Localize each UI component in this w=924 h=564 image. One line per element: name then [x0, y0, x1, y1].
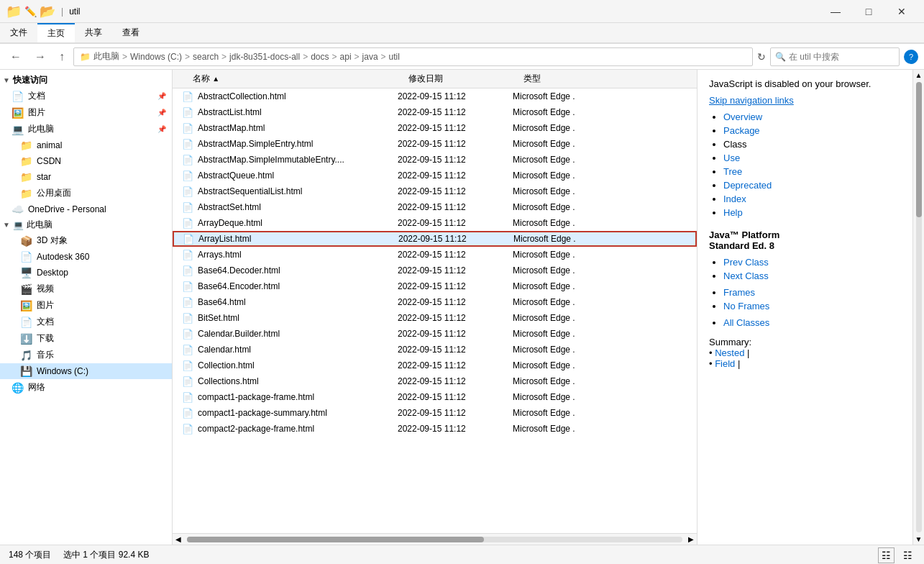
- file-icon: 📄: [182, 297, 193, 308]
- use-link[interactable]: Use: [723, 153, 740, 163]
- animal-icon: 📁: [20, 140, 32, 151]
- file-row[interactable]: 📄AbstractCollection.html 2022-09-15 11:1…: [173, 88, 697, 104]
- search-box[interactable]: 🔍: [770, 47, 900, 66]
- tab-view[interactable]: 查看: [112, 23, 150, 42]
- right-scroll-up[interactable]: ▲: [914, 70, 924, 81]
- search-input[interactable]: [789, 52, 889, 62]
- col-header-date[interactable]: 修改日期: [403, 73, 518, 85]
- index-link[interactable]: Index: [723, 194, 746, 204]
- sidebar-item-videos[interactable]: 🎬 视频: [0, 281, 172, 297]
- file-row[interactable]: 📄AbstractQueue.html 2022-09-15 11:12 Mic…: [173, 168, 697, 183]
- sidebar-item-thispc-quick[interactable]: 💻 此电脑 📌: [0, 121, 172, 137]
- field-link: • Field |: [709, 358, 740, 369]
- file-row[interactable]: 📄Base64.Encoder.html 2022-09-15 11:12 Mi…: [173, 278, 697, 294]
- overview-link[interactable]: Overview: [723, 112, 762, 122]
- tree-link[interactable]: Tree: [723, 166, 742, 177]
- sidebar-item-public-desktop[interactable]: 📁 公用桌面: [0, 185, 172, 201]
- nested-link: • Nested |: [709, 347, 749, 358]
- music-icon: 🎵: [20, 350, 32, 361]
- hscroll-left[interactable]: ◀: [173, 535, 184, 543]
- nav-item-help: Help: [723, 207, 901, 218]
- videos-icon: 🎬: [20, 283, 32, 295]
- desktop-icon: 🖥️: [20, 267, 32, 278]
- file-row[interactable]: 📄Collection.html 2022-09-15 11:12 Micros…: [173, 358, 697, 373]
- up-button[interactable]: ↑: [55, 49, 69, 65]
- path-icon: 📁: [80, 52, 91, 62]
- hscroll-thumb[interactable]: [187, 537, 484, 542]
- sidebar-item-animal[interactable]: 📁 animal: [0, 137, 172, 153]
- file-row[interactable]: 📄AbstractSequentialList.html 2022-09-15 …: [173, 183, 697, 199]
- file-row[interactable]: 📄Arrays.html 2022-09-15 11:12 Microsoft …: [173, 247, 697, 263]
- back-button[interactable]: ←: [6, 49, 26, 65]
- minimize-button[interactable]: —: [819, 0, 852, 23]
- file-row[interactable]: 📄Base64.Decoder.html 2022-09-15 11:12 Mi…: [173, 263, 697, 278]
- sidebar-item-network[interactable]: 🌐 网络: [0, 379, 172, 396]
- address-path[interactable]: 📁 此电脑 > Windows (C:) > search > jdk-8u35…: [73, 47, 753, 66]
- file-row[interactable]: 📄Calendar.Builder.html 2022-09-15 11:12 …: [173, 326, 697, 342]
- file-row[interactable]: 📄Collections.html 2022-09-15 11:12 Micro…: [173, 373, 697, 389]
- skip-nav-link[interactable]: Skip navigation links: [709, 95, 794, 106]
- right-scroll-thumb[interactable]: [916, 82, 922, 217]
- file-row[interactable]: 📄compact2-package-frame.html 2022-09-15 …: [173, 421, 697, 437]
- right-scroll-down[interactable]: ▼: [914, 534, 924, 545]
- next-class-link[interactable]: Next Class: [723, 270, 769, 281]
- file-row[interactable]: 📄AbstractMap.SimpleEntry.html 2022-09-15…: [173, 136, 697, 152]
- sidebar-item-autodesk[interactable]: 📄 Autodesk 360: [0, 249, 172, 265]
- sidebar-item-downloads[interactable]: ⬇️ 下载: [0, 330, 172, 347]
- file-row[interactable]: 📄AbstractMap.SimpleImmutableEntry.... 20…: [173, 152, 697, 168]
- refresh-button[interactable]: ↻: [757, 51, 766, 63]
- prev-class-link[interactable]: Prev Class: [723, 257, 769, 268]
- file-icon: 📄: [182, 91, 193, 102]
- file-icon: 📄: [182, 250, 193, 260]
- tab-home[interactable]: 主页: [37, 23, 75, 42]
- 3d-icon: 📦: [20, 235, 32, 247]
- sidebar-item-desktop[interactable]: 🖥️ Desktop: [0, 265, 172, 281]
- file-row[interactable]: 📄Calendar.html 2022-09-15 11:12 Microsof…: [173, 342, 697, 358]
- forward-button[interactable]: →: [30, 49, 50, 65]
- file-row[interactable]: 📄ArrayDeque.html 2022-09-15 11:12 Micros…: [173, 215, 697, 231]
- file-icon: 📄: [182, 139, 193, 150]
- maximize-button[interactable]: □: [852, 0, 885, 23]
- no-frames-link[interactable]: No Frames: [723, 301, 769, 311]
- col-header-type[interactable]: 类型: [518, 73, 626, 85]
- file-row[interactable]: 📄AbstractSet.html 2022-09-15 11:12 Micro…: [173, 199, 697, 215]
- sidebar-item-star[interactable]: 📁 star: [0, 169, 172, 185]
- path-segment: java: [362, 52, 378, 62]
- nav-item-next-class: Next Class: [723, 270, 901, 281]
- file-row[interactable]: 📄BitSet.html 2022-09-15 11:12 Microsoft …: [173, 310, 697, 326]
- sidebar-item-csdn[interactable]: 📁 CSDN: [0, 153, 172, 169]
- tab-file[interactable]: 文件: [0, 23, 37, 42]
- tab-share[interactable]: 共享: [75, 23, 112, 42]
- sidebar-item-documents[interactable]: 📄 文档 📌: [0, 88, 172, 104]
- sidebar-item-3d[interactable]: 📦 3D 对象: [0, 232, 172, 249]
- help-link[interactable]: Help: [723, 207, 743, 218]
- sidebar-item-onedrive[interactable]: ☁️ OneDrive - Personal: [0, 201, 172, 217]
- nav-list: Overview Package Class Use Tree Deprecat…: [709, 112, 901, 218]
- details-view-button[interactable]: ☷: [878, 547, 895, 563]
- file-row[interactable]: 📄AbstractMap.html 2022-09-15 11:12 Micro…: [173, 120, 697, 136]
- file-row-selected[interactable]: 📄ArrayList.html 2022-09-15 11:12 Microso…: [173, 231, 697, 247]
- nav-item-frames: Frames: [723, 287, 901, 298]
- col-header-name[interactable]: 名称 ▲: [187, 73, 403, 85]
- sidebar-item-windows-c[interactable]: 💾 Windows (C:): [0, 363, 172, 379]
- all-classes-link[interactable]: All Classes: [723, 317, 769, 328]
- close-button[interactable]: ✕: [885, 0, 918, 23]
- package-link[interactable]: Package: [723, 125, 760, 136]
- deprecated-link[interactable]: Deprecated: [723, 180, 772, 191]
- hscroll-right[interactable]: ▶: [685, 535, 697, 543]
- frames-link[interactable]: Frames: [723, 287, 755, 298]
- file-row[interactable]: 📄Base64.html 2022-09-15 11:12 Microsoft …: [173, 294, 697, 310]
- file-row[interactable]: 📄compact1-package-frame.html 2022-09-15 …: [173, 389, 697, 405]
- help-button[interactable]: ?: [904, 50, 918, 64]
- sidebar-item-pictures2[interactable]: 🖼️ 图片: [0, 297, 172, 314]
- horizontal-scrollbar[interactable]: ◀ ▶: [173, 533, 697, 545]
- right-panel-scrollbar[interactable]: ▲ ▼: [912, 70, 924, 545]
- file-header: 名称 ▲ 修改日期 类型: [173, 70, 697, 88]
- large-icon-button[interactable]: ☷: [900, 548, 915, 563]
- file-row[interactable]: 📄AbstractList.html 2022-09-15 11:12 Micr…: [173, 104, 697, 120]
- right-panel: JavaScript is disabled on your browser. …: [697, 70, 912, 545]
- file-row[interactable]: 📄compact1-package-summary.html 2022-09-1…: [173, 405, 697, 421]
- sidebar-item-music[interactable]: 🎵 音乐: [0, 347, 172, 363]
- sidebar-item-documents2[interactable]: 📄 文档: [0, 314, 172, 330]
- sidebar-item-pictures[interactable]: 🖼️ 图片 📌: [0, 104, 172, 121]
